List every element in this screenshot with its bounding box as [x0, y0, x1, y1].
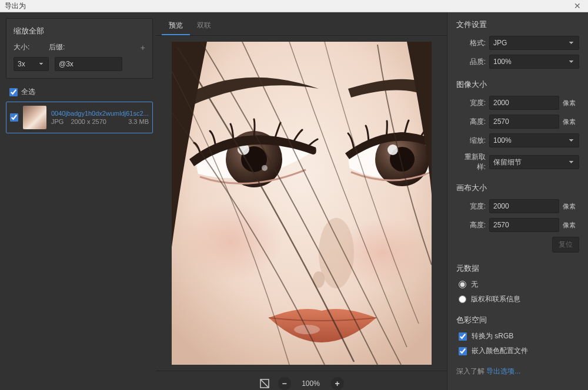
asset-item[interactable]: 0040jbadgy1h0dx2wumldj61sc2... JPG 2000 …	[6, 102, 153, 133]
metadata-copyright-radio[interactable]	[459, 295, 466, 303]
close-icon[interactable]: ✕	[572, 0, 583, 12]
titlebar: 导出为 ✕	[0, 0, 588, 12]
scale-all-title: 缩放全部	[14, 26, 145, 36]
img-width-unit: 像素	[563, 99, 579, 107]
learn-more: 深入了解 导出选项...	[456, 367, 579, 376]
img-width-input[interactable]	[489, 96, 559, 110]
img-width-label: 宽度:	[456, 98, 486, 108]
embed-profile-label: 嵌入颜色配置文件	[472, 346, 528, 356]
img-scale-select[interactable]: 100%	[489, 133, 579, 147]
tab-preview[interactable]: 预览	[162, 17, 190, 35]
left-panel: 缩放全部 大小: 后缀: + 3x 全选	[0, 12, 156, 390]
canvas-height-input[interactable]	[489, 218, 559, 232]
canvas-size-section: 画布大小 宽度: 像素 高度: 像素 复位	[456, 183, 579, 253]
asset-format: JPG	[51, 118, 64, 125]
fit-screen-icon[interactable]	[259, 378, 270, 389]
metadata-copyright-label: 版权和联系信息	[471, 294, 520, 304]
scale-labels-row: 大小: 后缀: +	[14, 42, 145, 52]
image-size-section: 图像大小 宽度: 像素 高度: 像素 缩放: 100% 重新取样: 保	[456, 79, 579, 172]
quality-select[interactable]: 100%	[489, 55, 579, 69]
right-panel: 文件设置 格式: JPG 品质: 100% 图像大小 宽度: 像素	[447, 12, 588, 390]
metadata-none-radio[interactable]	[459, 281, 466, 288]
img-height-label: 高度:	[456, 117, 486, 127]
preview-tabs: 预览 双联	[156, 12, 447, 36]
asset-name: 0040jbadgy1h0dx2wumldj61sc2...	[51, 110, 149, 117]
zoom-toolbar: − 100% +	[156, 371, 447, 390]
canvas-width-input[interactable]	[489, 199, 559, 213]
resample-select[interactable]: 保留细节	[489, 155, 579, 169]
dialog-body: 缩放全部 大小: 后缀: + 3x 全选	[0, 12, 588, 390]
canvas-width-label: 宽度:	[456, 201, 486, 211]
convert-srgb-label: 转换为 sRGB	[472, 331, 513, 341]
metadata-title: 元数据	[456, 263, 579, 274]
resample-label: 重新取样:	[456, 152, 486, 172]
color-space-section: 色彩空间 转换为 sRGB 嵌入颜色配置文件	[456, 315, 579, 356]
scale-inputs-row: 3x	[14, 57, 145, 71]
svg-point-1	[178, 200, 283, 283]
asset-meta: JPG 2000 x 2570 3.3 MB	[51, 118, 149, 125]
metadata-section: 元数据 无 版权和联系信息	[456, 263, 579, 304]
metadata-none-label: 无	[471, 280, 478, 290]
select-all-checkbox[interactable]	[9, 88, 18, 96]
select-all-row: 全选	[6, 87, 153, 97]
zoom-out-icon[interactable]: −	[278, 377, 291, 390]
color-space-title: 色彩空间	[456, 315, 579, 325]
quality-label: 品质:	[456, 57, 486, 67]
reset-button[interactable]: 复位	[552, 237, 579, 253]
canvas-height-unit: 像素	[563, 221, 579, 230]
scale-all-section: 缩放全部 大小: 后缀: + 3x	[6, 18, 153, 79]
zoom-in-icon[interactable]: +	[331, 377, 344, 390]
asset-thumbnail	[23, 106, 46, 129]
canvas-size-title: 画布大小	[456, 183, 579, 193]
img-scale-label: 缩放:	[456, 136, 486, 146]
svg-point-11	[387, 144, 398, 155]
suffix-label: 后缀:	[49, 42, 78, 52]
export-dialog: 导出为 ✕ 缩放全部 大小: 后缀: + 3x	[0, 0, 588, 390]
learn-more-text: 深入了解	[456, 367, 485, 375]
canvas-height-label: 高度:	[456, 220, 486, 230]
asset-dimensions: 2000 x 2570	[71, 118, 106, 125]
format-select[interactable]: JPG	[489, 36, 579, 50]
embed-profile-checkbox[interactable]	[459, 347, 467, 355]
add-scale-icon[interactable]: +	[141, 43, 145, 52]
img-height-input[interactable]	[489, 115, 559, 129]
canvas-width-unit: 像素	[563, 202, 579, 211]
center-panel: 预览 双联	[156, 12, 447, 390]
img-height-unit: 像素	[563, 117, 579, 126]
size-label: 大小:	[14, 42, 43, 52]
tab-dual[interactable]: 双联	[190, 17, 218, 35]
suffix-input[interactable]	[55, 57, 122, 71]
preview-area	[156, 36, 447, 371]
svg-point-8	[262, 165, 268, 171]
file-settings-title: 文件设置	[456, 19, 579, 30]
asset-filesize: 3.3 MB	[128, 118, 149, 125]
size-select[interactable]: 3x	[14, 57, 49, 71]
asset-checkbox[interactable]	[10, 113, 18, 122]
convert-srgb-checkbox[interactable]	[459, 332, 467, 341]
asset-info: 0040jbadgy1h0dx2wumldj61sc2... JPG 2000 …	[51, 110, 149, 125]
learn-more-link[interactable]: 导出选项...	[486, 367, 520, 375]
dialog-title: 导出为	[5, 1, 572, 11]
image-size-title: 图像大小	[456, 79, 579, 90]
select-all-label: 全选	[21, 87, 35, 97]
file-settings-section: 文件设置 格式: JPG 品质: 100%	[456, 19, 579, 69]
format-label: 格式:	[456, 38, 486, 48]
preview-image[interactable]	[172, 42, 432, 365]
zoom-percentage: 100%	[299, 379, 323, 388]
